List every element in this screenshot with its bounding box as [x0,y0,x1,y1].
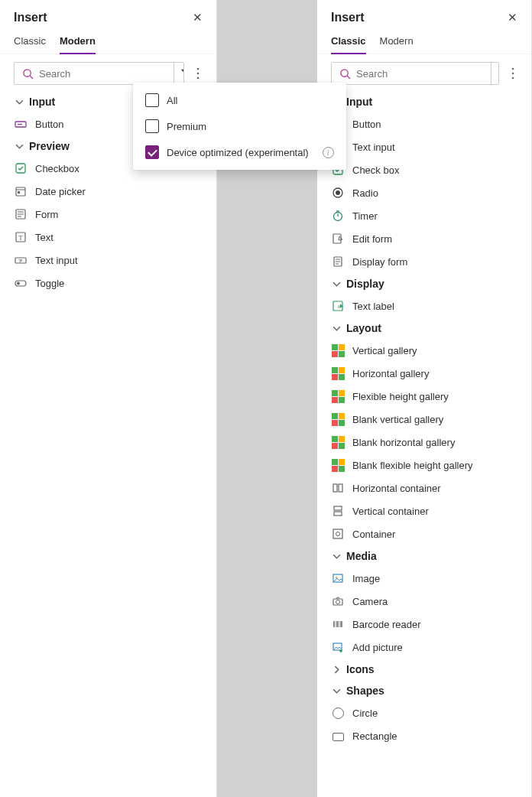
tab-modern[interactable]: Modern [60,35,96,54]
insert-item[interactable]: Blank horizontal gallery [317,431,531,454]
item-label: Add picture [352,642,403,653]
panel-title: Insert [331,11,365,24]
insert-item[interactable]: Display form [317,250,531,273]
group-title: Shapes [346,685,384,697]
item-label: Checkbox [35,163,79,174]
overflow-button[interactable] [187,62,209,85]
chevron-right-icon [331,664,342,675]
tab-classic[interactable]: Classic [14,35,46,54]
group-header-layout[interactable]: Layout [317,317,531,339]
gallery-icon [331,458,345,472]
close-icon[interactable]: ✕ [190,8,206,28]
item-label: Text label [352,301,394,312]
group-header-shapes[interactable]: Shapes [317,680,531,701]
insert-item[interactable]: Blank flexible height gallery [317,454,531,477]
filter-option[interactable]: Device optimized (experimental)i [138,139,342,165]
tab-modern[interactable]: Modern [380,35,414,54]
search-icon [338,67,352,80]
insert-item[interactable]: Camera [317,590,531,613]
datepicker-icon [14,184,28,198]
insert-item[interactable]: Barcode reader [317,613,531,636]
insert-item[interactable]: Button [317,112,531,135]
filter-option-label: All [167,95,177,106]
insert-item[interactable]: Container [317,522,531,545]
insert-item[interactable]: TText input [317,135,531,158]
checkbox-icon[interactable] [145,93,159,107]
chevron-down-icon [331,323,342,333]
insert-item[interactable]: Image [317,567,531,590]
svg-point-53 [336,600,340,604]
insert-item[interactable]: Edit form [317,227,531,250]
group-header-display[interactable]: Display [317,273,531,294]
insert-item[interactable]: Rectangle [317,724,531,747]
insert-item[interactable]: Blank vertical gallery [317,408,531,431]
chevron-down-icon [14,96,24,107]
insert-item[interactable]: TText [0,226,216,249]
item-label: Text input [35,255,78,266]
item-label: Barcode reader [352,619,421,630]
close-icon[interactable]: ✕ [504,8,521,28]
item-label: Radio [352,187,378,199]
group-title: Layout [346,322,381,334]
item-label: Blank horizontal gallery [352,437,455,448]
svg-rect-45 [339,484,342,492]
checkbox-icon [14,161,28,175]
insert-item[interactable]: Circle [317,701,531,724]
gallery-icon [331,412,345,426]
insert-item[interactable]: Add picture [317,636,531,659]
panel-header: Insert ✕ [0,0,216,29]
insert-item[interactable]: Check box [317,158,531,181]
insert-item[interactable]: Vertical gallery [317,339,531,362]
insert-item[interactable]: Vertical container [317,499,531,522]
chevron-down-icon [331,278,342,289]
filter-option[interactable]: Premium [138,113,342,139]
gallery-icon [331,366,345,380]
svg-line-23 [347,76,350,79]
info-icon[interactable]: i [323,147,334,158]
search-row [317,54,531,91]
filter-popover: AllPremiumDevice optimized (experimental… [133,83,346,170]
item-label: Text input [352,142,395,153]
insert-item[interactable]: Date picker [0,180,216,203]
search-input[interactable] [356,68,485,80]
group-title: Input [346,96,372,108]
filter-option[interactable]: All [138,87,342,113]
group-header-input[interactable]: Input [317,91,531,112]
insert-item[interactable]: AText label [317,294,531,317]
insert-item[interactable]: Horizontal gallery [317,362,531,385]
item-label: Image [352,573,380,584]
checkbox-icon[interactable] [145,119,159,133]
item-label: Date picker [35,186,86,197]
tabs: Classic Modern [0,29,216,54]
svg-rect-47 [334,512,342,516]
group-header-media[interactable]: Media [317,545,531,567]
insert-item[interactable]: Form [0,203,216,226]
svg-text:A: A [337,304,341,310]
addpicture-icon [331,640,345,654]
item-label: Camera [352,596,388,607]
group-title: Display [346,278,384,290]
insert-item[interactable]: Timer [317,204,531,227]
image-icon [331,571,345,585]
chevron-down-icon [14,141,24,151]
overflow-button[interactable] [502,62,524,85]
item-label: Circle [352,708,378,719]
item-label: Form [35,209,58,220]
search-box [331,62,499,85]
checkbox-icon[interactable] [145,145,159,159]
group-header-icons[interactable]: Icons [317,659,531,680]
svg-point-25 [512,73,514,75]
filter-button[interactable] [174,63,184,84]
item-label: Horizontal container [352,483,441,494]
filter-button[interactable] [491,63,499,84]
insert-item[interactable]: Toggle [0,272,216,294]
insert-item[interactable]: Radio [317,181,531,204]
insert-item[interactable]: Flexible height gallery [317,385,531,408]
insert-item[interactable]: Horizontal container [317,477,531,499]
tab-classic[interactable]: Classic [331,35,366,54]
svg-rect-46 [334,506,342,510]
search-input[interactable] [39,68,167,80]
button-icon [14,117,28,131]
insert-item[interactable]: TText input [0,249,216,272]
svg-point-26 [512,77,514,80]
